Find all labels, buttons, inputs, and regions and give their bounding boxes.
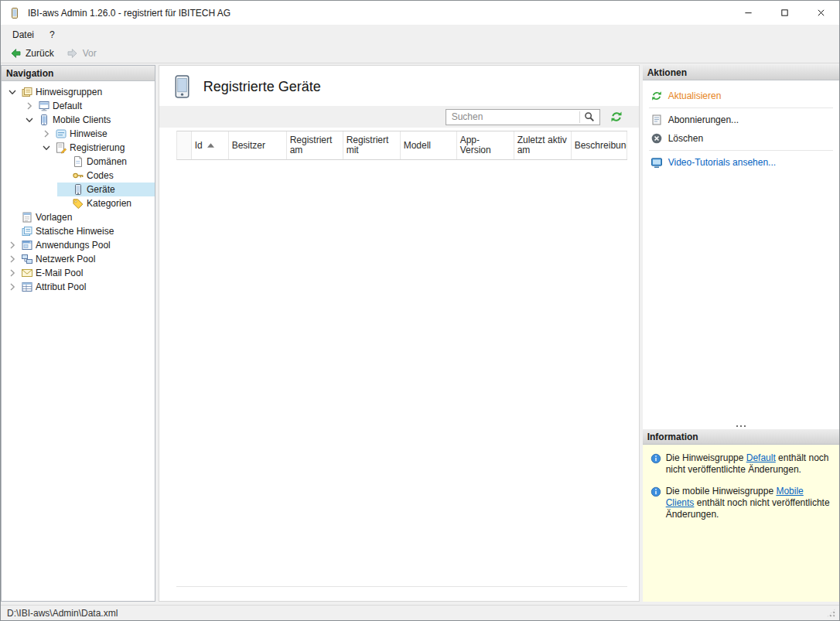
sidebar-item-kategorien[interactable]: Kategorien <box>57 196 155 210</box>
delete-icon <box>650 132 663 145</box>
column-header-registriert-mit[interactable]: Registriert mit <box>343 131 401 159</box>
expander-spacer <box>6 211 19 223</box>
back-button[interactable]: Zurück <box>5 46 58 61</box>
separator <box>649 150 833 151</box>
action-loeschen[interactable]: Löschen <box>643 129 839 148</box>
splitter-grip-icon <box>736 425 738 427</box>
window-controls <box>730 1 839 25</box>
anwendungs-pool-icon <box>21 239 33 251</box>
forward-button-label: Vor <box>83 48 97 59</box>
menu-item-hilfe[interactable]: ? <box>42 26 63 43</box>
sidebar-item-label: Vorlagen <box>33 211 75 223</box>
info-link-default[interactable]: Default <box>746 452 776 463</box>
chevron-right-icon[interactable] <box>6 281 19 293</box>
forward-button[interactable]: Vor <box>63 46 101 61</box>
info-text: Die Hinweisgruppe Default enthält noch n… <box>666 452 830 476</box>
column-header-label: Zuletzt aktiv am <box>517 135 568 155</box>
status-file-path: D:\IBI-aws\Admin\Data.xml <box>7 608 118 619</box>
chevron-right-icon[interactable] <box>6 253 19 265</box>
chevron-right-icon[interactable] <box>6 239 19 251</box>
sidebar-item-attribut-pool[interactable]: Attribut Pool <box>6 280 155 294</box>
sidebar-item-label: Mobile Clients <box>50 114 114 126</box>
registrierung-icon <box>55 142 67 154</box>
panel-splitter[interactable] <box>643 423 839 429</box>
sidebar-item-domaenen[interactable]: Domänen <box>57 155 155 169</box>
sidebar-item-anwendungs-pool[interactable]: Anwendungs Pool <box>6 238 155 252</box>
sidebar-item-email-pool[interactable]: E-Mail Pool <box>6 266 155 280</box>
abonnierungen-icon <box>650 114 663 126</box>
column-header-id[interactable]: Id <box>192 131 229 159</box>
sidebar-item-hinweise[interactable]: Hinweise <box>40 127 155 141</box>
title-bar: IBI-aws Admin 1.26.0 - registriert für I… <box>1 1 839 25</box>
actions-header-label: Aktionen <box>647 67 687 78</box>
expander-spacer <box>6 225 19 237</box>
sidebar-item-label: E-Mail Pool <box>33 267 86 279</box>
action-label: Aktualisieren <box>668 90 722 101</box>
column-header-label: Registriert mit <box>347 135 397 155</box>
sidebar-item-mobile-clients[interactable]: Mobile Clients <box>23 113 155 127</box>
refresh-button[interactable] <box>610 110 623 124</box>
search-input[interactable] <box>446 111 579 122</box>
action-label: Abonnierungen... <box>668 114 739 125</box>
column-header-registriert-am[interactable]: Registriert am <box>287 131 343 159</box>
minimize-button[interactable] <box>730 1 767 25</box>
grid-header-row: IdBesitzerRegistriert amRegistriert mitM… <box>176 131 627 160</box>
column-header-label: Registriert am <box>290 135 340 155</box>
chevron-right-icon[interactable] <box>6 267 19 279</box>
actions-list: AktualisierenAbonnierungen...LöschenVide… <box>643 80 839 423</box>
search-icon <box>583 111 596 123</box>
information-body: Die Hinweisgruppe Default enthält noch n… <box>643 445 839 602</box>
vorlagen-icon <box>21 211 33 223</box>
kategorien-icon <box>72 197 84 210</box>
resize-grip[interactable] <box>826 608 836 618</box>
sidebar-item-geraete[interactable]: Geräte <box>57 183 155 196</box>
sidebar-item-label: Domänen <box>84 155 130 168</box>
navigation-panel-header: Navigation <box>2 66 155 81</box>
column-header-app-version[interactable]: App-Version <box>457 131 514 159</box>
video-icon <box>650 156 663 169</box>
information-header-label: Information <box>647 432 698 442</box>
action-label: Video-Tutorials ansehen... <box>668 157 776 168</box>
action-aktualisieren[interactable]: Aktualisieren <box>643 87 839 105</box>
maximize-button[interactable] <box>767 1 803 25</box>
actions-panel-header: Aktionen <box>643 65 839 80</box>
menu-item-datei[interactable]: Datei <box>5 26 42 43</box>
sidebar-item-hinweisgruppen[interactable]: Hinweisgruppen <box>6 85 155 99</box>
chevron-down-icon[interactable] <box>6 86 19 98</box>
sidebar-item-registrierung[interactable]: Registrierung <box>40 141 155 155</box>
chevron-right-icon[interactable] <box>23 100 36 112</box>
sidebar-item-statische-hinweise[interactable]: Statische Hinweise <box>6 224 155 238</box>
body-area: Navigation HinweisgruppenDefaultMobile C… <box>1 63 839 605</box>
refresh-icon <box>610 110 623 124</box>
sidebar-item-label: Anwendungs Pool <box>33 239 114 251</box>
info-link-mobile-clients[interactable]: Mobile Clients <box>666 486 804 508</box>
hinweise-icon <box>55 128 67 140</box>
forward-arrow-icon <box>67 47 79 60</box>
column-header-modell[interactable]: Modell <box>401 131 457 159</box>
navigation-header-label: Navigation <box>6 68 53 79</box>
tool-bar: Zurück Vor <box>1 44 839 63</box>
chevron-down-icon[interactable] <box>23 114 36 126</box>
column-header-besitzer[interactable]: Besitzer <box>229 131 287 159</box>
column-header-zuletzt-aktiv-am[interactable]: Zuletzt aktiv am <box>514 131 572 159</box>
expander-spacer <box>57 183 70 196</box>
netzwerk-pool-icon <box>21 253 33 265</box>
sidebar-item-vorlagen[interactable]: Vorlagen <box>6 210 155 224</box>
separator <box>649 107 833 108</box>
chevron-right-icon[interactable] <box>40 128 53 140</box>
chevron-down-icon[interactable] <box>40 142 53 154</box>
sidebar-item-label: Hinweise <box>67 128 111 140</box>
sidebar-item-codes[interactable]: Codes <box>57 169 155 183</box>
mobile-gruppe-icon <box>38 114 50 126</box>
devices-grid: IdBesitzerRegistriert amRegistriert mitM… <box>176 131 627 587</box>
sidebar-item-netzwerk-pool[interactable]: Netzwerk Pool <box>6 252 155 266</box>
action-video-tutorials[interactable]: Video-Tutorials ansehen... <box>643 153 839 172</box>
sidebar-item-label: Registrierung <box>67 142 128 154</box>
column-header-beschreibung[interactable]: Beschreibung <box>572 131 627 159</box>
action-abonnierungen[interactable]: Abonnierungen... <box>643 111 839 129</box>
sidebar-item-default[interactable]: Default <box>23 99 155 113</box>
attribut-pool-icon <box>21 281 33 293</box>
search-button[interactable] <box>580 110 599 125</box>
column-header-label: App-Version <box>460 135 510 155</box>
close-button[interactable] <box>803 1 839 25</box>
